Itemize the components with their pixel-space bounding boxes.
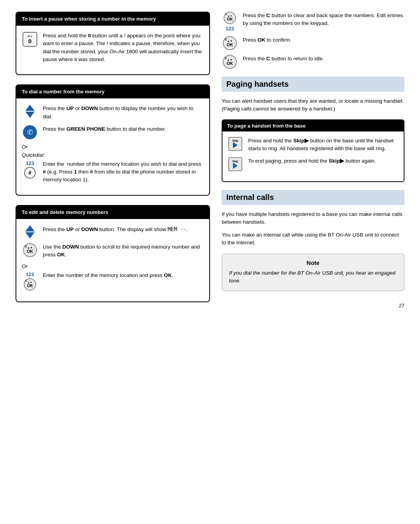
page-handset-title: To page a handset from the base (222, 120, 404, 131)
num-ok-row: 123 C ▲▼ OK Enter the number of the memo… (22, 272, 204, 291)
phone-icon-cell: ✆ (22, 125, 38, 139)
dial-memory-title: To dial a number from the memory (16, 85, 209, 98)
internal-para1: If you have multiple handsets registered… (222, 210, 404, 226)
phone-icon: ✆ (23, 125, 37, 139)
note-box: Note If you dial the number for the BT O… (222, 254, 404, 291)
page-handset-box: To page a handset from the base Skip Pre… (222, 119, 404, 182)
skip-triangle-1 (233, 142, 238, 148)
edit-arrow-up-down (25, 225, 35, 238)
hash-button: # (24, 167, 36, 179)
skip-row-1: Skip Press and hold the Skip▶ button on … (227, 137, 399, 153)
num-hash: 123 # (24, 160, 36, 179)
arrows-label: ▲▼ (27, 246, 33, 249)
arrows-2: ▲▼ (227, 40, 233, 42)
ok-label-2: OK (227, 42, 233, 47)
ok-button: C ▲▼ OK (23, 243, 37, 257)
small-ok-button: C ▲▼ OK (24, 278, 36, 291)
zero-key-icon-cell: ↵+ 0 (22, 32, 38, 47)
c-123-ok: C ▲▼ OK (224, 12, 236, 24)
skip-label-2: Skip (233, 160, 238, 163)
page-number: 27 (222, 303, 404, 308)
c-123-num: C ▲▼ OK 123 (224, 12, 236, 32)
dial-step2: Press the GREEN PHONE button to dial the… (43, 125, 166, 133)
paging-header: Paging handsets (222, 77, 404, 92)
ok-confirm-icon: C ▲▼ OK (222, 36, 238, 50)
quickdial-text: Enter the number of the memory location … (43, 160, 204, 184)
c-label-2: C (225, 38, 227, 41)
edit-delete-title: To edit and delete memory numbers (16, 206, 209, 219)
skip-button-2: Skip (228, 157, 242, 171)
num-123-label: 123 (26, 160, 34, 166)
arrow-down (25, 112, 35, 118)
skip-triangle-2 (233, 163, 238, 169)
note-title: Note (229, 259, 397, 266)
ok-label: OK (27, 249, 33, 254)
or-text-1: Or (22, 144, 204, 150)
ok-label-3: OK (227, 61, 233, 66)
c-label: C (25, 245, 27, 248)
up-down-icon (22, 105, 38, 118)
internal-header: Internal calls (222, 190, 404, 205)
page-step1: Press and hold the Skip▶ button on the b… (248, 137, 399, 153)
right-step1: Press the C button to clear and back spa… (243, 12, 404, 28)
c-123-row: C ▲▼ OK 123 Press the C button to clear … (222, 12, 404, 32)
skip-label-1: Skip (233, 139, 238, 142)
edit-arrow-down (25, 232, 35, 238)
internal-para2: You can make an internal call while usin… (222, 231, 404, 247)
c-return-row: C ▲▼ OK Press the C button to return to … (222, 55, 404, 69)
right-step2: Press OK to confirm. (243, 36, 291, 44)
up-down-row: Press the UP or DOWN button to display t… (22, 105, 204, 121)
c-return-button: C ▲▼ OK (223, 55, 237, 69)
edit-step2: Use the DOWN button to scroll to the req… (43, 243, 204, 259)
c-top: C (25, 279, 27, 282)
ok-confirm-row: C ▲▼ OK Press OK to confirm. (222, 36, 404, 50)
edit-arrow-up (25, 225, 35, 231)
note-content: If you dial the number for the BT On-Air… (229, 269, 397, 285)
insert-pause-text: Press and hold the 0 button until a ! ap… (43, 32, 204, 63)
edit-delete-box: To edit and delete memory numbers Press … (16, 205, 210, 303)
ok-confirm-button: C ▲▼ OK (223, 36, 237, 50)
edit-updown-icon (22, 225, 38, 238)
c-return-icon: C ▲▼ OK (222, 55, 238, 69)
ok-txt: OK (27, 284, 33, 288)
c-top-2: C (225, 13, 227, 16)
paging-intro: You can alert handset users that they ar… (222, 97, 404, 113)
ok-row: C ▲▼ OK Use the DOWN button to scroll to… (22, 243, 204, 259)
c-label-3: C (225, 56, 227, 60)
num-hash-cell: 123 # (22, 160, 38, 179)
dial-memory-box: To dial a number from the memory Press t… (16, 84, 210, 195)
num-123-3: 123 (226, 26, 234, 32)
ok-txt-2: OK (227, 17, 233, 21)
zero-key-row: ↵+ 0 Press and hold the 0 button until a… (22, 32, 204, 63)
phone-row: ✆ Press the GREEN PHONE button to dial t… (22, 125, 204, 139)
edit-continuation: C ▲▼ OK 123 Press the C button to clear … (222, 12, 404, 69)
or-text-2: Or (22, 263, 204, 269)
insert-pause-title: To insert a pause when storing a number … (16, 12, 209, 26)
zero-key-button: ↵+ 0 (23, 32, 37, 47)
page-handset-content: Skip Press and hold the Skip▶ button on … (222, 131, 404, 182)
skip-icon-2: Skip (227, 157, 243, 171)
c-123-icon: C ▲▼ OK 123 (222, 12, 238, 32)
right-step3: Press the C button to return to idle. (243, 55, 324, 63)
skip-row-2: Skip To end paging, press and hold the S… (227, 157, 399, 171)
quickdial-label: Quickdial: (22, 152, 204, 158)
num-123-2: 123 (26, 272, 34, 277)
skip-icon-1: Skip (227, 137, 243, 151)
edit-updown-row: Press the UP or DOWN button. The display… (22, 225, 204, 238)
edit-step3: Enter the number of the memory location … (43, 272, 173, 279)
num-ok: 123 C ▲▼ OK (24, 272, 36, 291)
arrows-3: ▲▼ (227, 58, 233, 61)
arrow-up (25, 105, 35, 111)
edit-step1: Press the UP or DOWN button. The display… (43, 225, 188, 233)
quickdial-row: 123 # Enter the number of the memory loc… (22, 160, 204, 184)
skip-button-1: Skip (228, 137, 242, 151)
ok-icon-cell: C ▲▼ OK (22, 243, 38, 257)
insert-pause-box: To insert a pause when storing a number … (16, 12, 210, 75)
zero-key-main: 0 (28, 38, 32, 44)
dial-step1: Press the UP or DOWN button to display t… (43, 105, 204, 121)
num-ok-cell: 123 C ▲▼ OK (22, 272, 38, 291)
page-step2: To end paging, press and hold the Skip▶ … (248, 157, 376, 165)
arrow-up-down (25, 105, 35, 118)
